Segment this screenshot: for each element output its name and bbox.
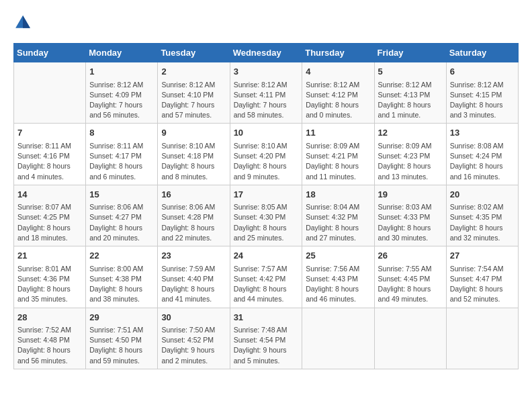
cell-info: Sunrise: 7:57 AMSunset: 4:42 PMDaylight:… (234, 264, 299, 305)
day-header-thursday: Thursday (302, 44, 374, 62)
calendar-cell: 21Sunrise: 8:01 AMSunset: 4:36 PMDayligh… (14, 246, 86, 308)
calendar-cell: 8Sunrise: 8:11 AMSunset: 4:17 PMDaylight… (86, 124, 158, 185)
calendar-cell: 24Sunrise: 7:57 AMSunset: 4:42 PMDayligh… (230, 246, 302, 308)
cell-info: Sunrise: 7:50 AMSunset: 4:52 PMDaylight:… (161, 325, 226, 366)
cell-info: Sunrise: 8:00 AMSunset: 4:38 PMDaylight:… (89, 264, 154, 305)
calendar-cell: 5Sunrise: 8:12 AMSunset: 4:13 PMDaylight… (374, 62, 446, 124)
cell-info: Sunrise: 8:12 AMSunset: 4:12 PMDaylight:… (306, 80, 370, 121)
calendar-cell: 19Sunrise: 8:03 AMSunset: 4:33 PMDayligh… (374, 185, 446, 246)
cell-info: Sunrise: 8:06 AMSunset: 4:27 PMDaylight:… (89, 202, 154, 243)
day-header-sunday: Sunday (14, 44, 86, 62)
calendar-cell: 12Sunrise: 8:09 AMSunset: 4:23 PMDayligh… (374, 124, 446, 185)
calendar-cell (302, 308, 374, 369)
calendar-cell: 15Sunrise: 8:06 AMSunset: 4:27 PMDayligh… (86, 185, 158, 246)
day-number: 20 (450, 188, 515, 201)
day-number: 30 (161, 311, 226, 324)
logo (13, 13, 35, 32)
cell-info: Sunrise: 8:01 AMSunset: 4:36 PMDaylight:… (17, 264, 82, 305)
day-number: 21 (17, 249, 82, 263)
calendar-cell: 30Sunrise: 7:50 AMSunset: 4:52 PMDayligh… (158, 308, 230, 369)
calendar-cell (14, 62, 86, 124)
cell-info: Sunrise: 8:12 AMSunset: 4:13 PMDaylight:… (378, 80, 443, 121)
day-number: 12 (378, 126, 443, 140)
day-number: 2 (161, 65, 226, 79)
day-number: 9 (161, 126, 226, 140)
day-number: 16 (161, 188, 226, 201)
cell-info: Sunrise: 8:10 AMSunset: 4:20 PMDaylight:… (234, 141, 299, 182)
day-number: 4 (306, 65, 370, 79)
calendar-cell: 17Sunrise: 8:05 AMSunset: 4:30 PMDayligh… (230, 185, 302, 246)
day-number: 19 (378, 188, 443, 201)
day-number: 22 (89, 249, 154, 263)
logo-icon (13, 13, 32, 32)
day-number: 29 (89, 311, 154, 324)
day-header-friday: Friday (374, 44, 446, 62)
day-number: 28 (17, 311, 82, 324)
day-number: 15 (89, 188, 154, 201)
calendar-cell: 28Sunrise: 7:52 AMSunset: 4:48 PMDayligh… (14, 308, 86, 369)
calendar-cell: 14Sunrise: 8:07 AMSunset: 4:25 PMDayligh… (14, 185, 86, 246)
cell-info: Sunrise: 8:04 AMSunset: 4:32 PMDaylight:… (306, 202, 370, 243)
cell-info: Sunrise: 8:12 AMSunset: 4:09 PMDaylight:… (89, 80, 154, 121)
calendar-cell: 11Sunrise: 8:09 AMSunset: 4:21 PMDayligh… (302, 124, 374, 185)
cell-info: Sunrise: 8:12 AMSunset: 4:15 PMDaylight:… (450, 80, 515, 121)
calendar-cell: 3Sunrise: 8:12 AMSunset: 4:11 PMDaylight… (230, 62, 302, 124)
cell-info: Sunrise: 7:55 AMSunset: 4:45 PMDaylight:… (378, 264, 443, 305)
day-number: 17 (234, 188, 299, 201)
calendar-cell: 2Sunrise: 8:12 AMSunset: 4:10 PMDaylight… (158, 62, 230, 124)
day-number: 14 (17, 188, 82, 201)
cell-info: Sunrise: 8:06 AMSunset: 4:28 PMDaylight:… (161, 202, 226, 243)
day-header-saturday: Saturday (446, 44, 518, 62)
day-number: 18 (306, 188, 370, 201)
svg-marker-1 (23, 15, 30, 28)
cell-info: Sunrise: 8:12 AMSunset: 4:11 PMDaylight:… (234, 80, 299, 121)
day-number: 27 (450, 249, 515, 263)
cell-info: Sunrise: 7:59 AMSunset: 4:40 PMDaylight:… (161, 264, 226, 305)
cell-info: Sunrise: 7:56 AMSunset: 4:43 PMDaylight:… (306, 264, 370, 305)
calendar-cell: 13Sunrise: 8:08 AMSunset: 4:24 PMDayligh… (446, 124, 518, 185)
cell-info: Sunrise: 8:10 AMSunset: 4:18 PMDaylight:… (161, 141, 226, 182)
week-row-4: 21Sunrise: 8:01 AMSunset: 4:36 PMDayligh… (14, 246, 519, 308)
cell-info: Sunrise: 7:54 AMSunset: 4:47 PMDaylight:… (450, 264, 515, 305)
calendar-cell: 4Sunrise: 8:12 AMSunset: 4:12 PMDaylight… (302, 62, 374, 124)
day-number: 13 (450, 126, 515, 140)
calendar-cell: 27Sunrise: 7:54 AMSunset: 4:47 PMDayligh… (446, 246, 518, 308)
day-header-monday: Monday (86, 44, 158, 62)
calendar-cell: 16Sunrise: 8:06 AMSunset: 4:28 PMDayligh… (158, 185, 230, 246)
week-row-2: 7Sunrise: 8:11 AMSunset: 4:16 PMDaylight… (14, 124, 519, 185)
calendar-cell: 29Sunrise: 7:51 AMSunset: 4:50 PMDayligh… (86, 308, 158, 369)
week-row-5: 28Sunrise: 7:52 AMSunset: 4:48 PMDayligh… (14, 308, 519, 369)
cell-info: Sunrise: 8:09 AMSunset: 4:21 PMDaylight:… (306, 141, 370, 182)
cell-info: Sunrise: 8:05 AMSunset: 4:30 PMDaylight:… (234, 202, 299, 243)
calendar-cell: 23Sunrise: 7:59 AMSunset: 4:40 PMDayligh… (158, 246, 230, 308)
calendar-cell: 20Sunrise: 8:02 AMSunset: 4:35 PMDayligh… (446, 185, 518, 246)
day-number: 31 (234, 311, 299, 324)
week-row-3: 14Sunrise: 8:07 AMSunset: 4:25 PMDayligh… (14, 185, 519, 246)
cell-info: Sunrise: 8:08 AMSunset: 4:24 PMDaylight:… (450, 141, 515, 182)
calendar-cell: 22Sunrise: 8:00 AMSunset: 4:38 PMDayligh… (86, 246, 158, 308)
calendar-cell: 6Sunrise: 8:12 AMSunset: 4:15 PMDaylight… (446, 62, 518, 124)
day-number: 23 (161, 249, 226, 263)
calendar-cell: 31Sunrise: 7:48 AMSunset: 4:54 PMDayligh… (230, 308, 302, 369)
calendar-table: SundayMondayTuesdayWednesdayThursdayFrid… (13, 43, 519, 369)
calendar-cell: 25Sunrise: 7:56 AMSunset: 4:43 PMDayligh… (302, 246, 374, 308)
day-number: 25 (306, 249, 370, 263)
cell-info: Sunrise: 7:52 AMSunset: 4:48 PMDaylight:… (17, 325, 82, 366)
page-header (13, 13, 519, 32)
day-number: 5 (378, 65, 443, 79)
calendar-cell (446, 308, 518, 369)
day-header-wednesday: Wednesday (230, 44, 302, 62)
cell-info: Sunrise: 8:02 AMSunset: 4:35 PMDaylight:… (450, 202, 515, 243)
day-number: 24 (234, 249, 299, 263)
calendar-cell: 26Sunrise: 7:55 AMSunset: 4:45 PMDayligh… (374, 246, 446, 308)
cell-info: Sunrise: 7:51 AMSunset: 4:50 PMDaylight:… (89, 325, 154, 366)
day-number: 8 (89, 126, 154, 140)
day-number: 7 (17, 126, 82, 140)
cell-info: Sunrise: 8:12 AMSunset: 4:10 PMDaylight:… (161, 80, 226, 121)
day-header-tuesday: Tuesday (158, 44, 230, 62)
cell-info: Sunrise: 8:07 AMSunset: 4:25 PMDaylight:… (17, 202, 82, 243)
cell-info: Sunrise: 8:11 AMSunset: 4:17 PMDaylight:… (89, 141, 154, 182)
day-number: 10 (234, 126, 299, 140)
cell-info: Sunrise: 8:03 AMSunset: 4:33 PMDaylight:… (378, 202, 443, 243)
calendar-cell: 10Sunrise: 8:10 AMSunset: 4:20 PMDayligh… (230, 124, 302, 185)
